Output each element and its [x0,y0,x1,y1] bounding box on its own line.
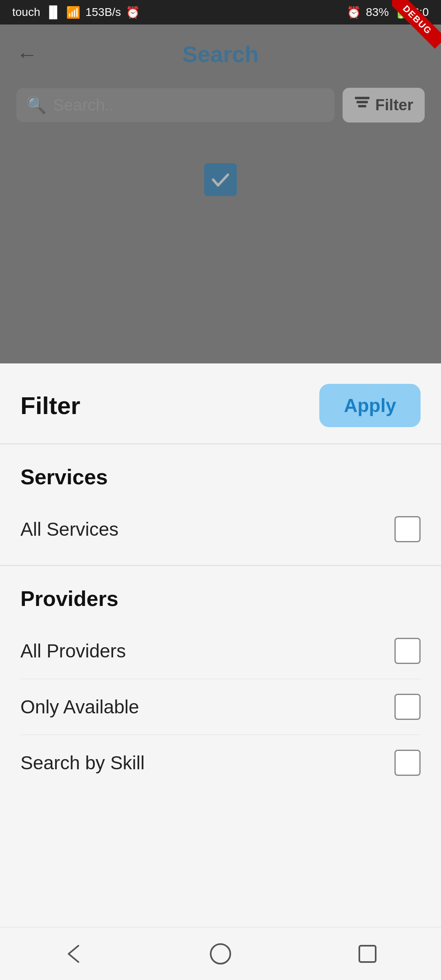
search-by-skill-row: Search by Skill [20,735,421,791]
filter-header: Filter Apply [0,363,441,443]
carrier-text: touch [12,6,40,19]
svg-rect-4 [359,946,376,962]
status-bar: touch ▐▌ 📶 153B/s ⏰ ⏰ 83% 🔋 6:0 [0,0,441,24]
battery-text: 83% [366,6,389,19]
signal-icon: ▐▌ [45,6,62,19]
all-services-label: All Services [20,518,118,540]
nav-bar [0,927,441,980]
search-by-skill-label: Search by Skill [20,752,145,774]
all-services-row: All Services [20,501,421,557]
back-nav-button[interactable] [60,941,87,967]
only-available-label: Only Available [20,696,139,718]
alarm-icon: ⏰ [126,6,140,19]
search-by-skill-checkbox[interactable] [394,750,421,776]
debug-label: DEBUG [392,0,441,49]
status-left: touch ▐▌ 📶 153B/s ⏰ [12,6,140,19]
top-section: ← Search 🔍 Search.. Filter [0,24,441,392]
all-providers-label: All Providers [20,640,126,662]
home-nav-button[interactable] [207,941,234,967]
only-available-checkbox[interactable] [394,694,421,720]
apply-button[interactable]: Apply [319,384,421,427]
providers-section: Providers All Providers Only Available S… [0,566,441,799]
services-title: Services [20,465,421,489]
only-available-row: Only Available [20,679,421,735]
all-providers-row: All Providers [20,623,421,679]
all-providers-checkbox[interactable] [394,638,421,664]
services-section: Services All Services [0,444,441,565]
all-services-checkbox[interactable] [394,516,421,542]
debug-ribbon: DEBUG [392,0,441,49]
providers-title: Providers [20,586,421,611]
filter-title: Filter [20,392,80,420]
filter-panel: Filter Apply Services All Services Provi… [0,363,441,980]
svg-point-3 [211,944,230,964]
alarm-icon-right: ⏰ [347,6,361,19]
dim-overlay [0,24,441,392]
recents-nav-button[interactable] [354,941,381,967]
speed-text: 153B/s [85,6,121,19]
wifi-icon: 📶 [66,6,80,19]
